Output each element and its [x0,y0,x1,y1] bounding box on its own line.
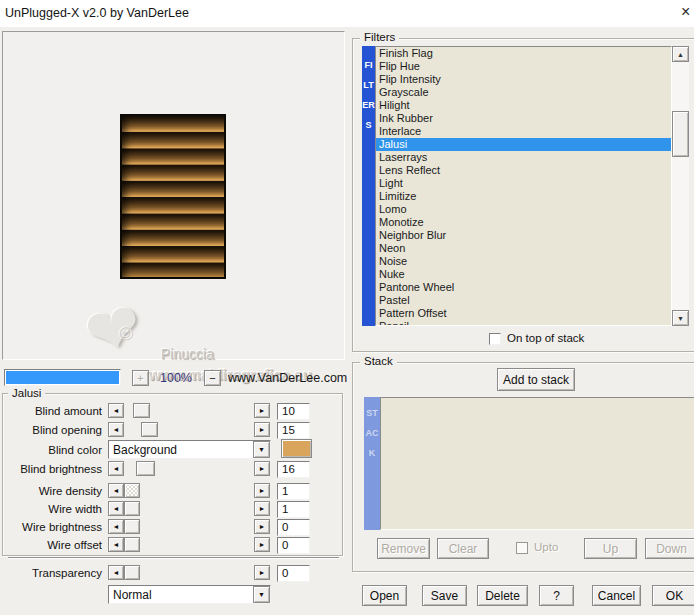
scroll-up-icon[interactable]: ▲ [672,46,689,62]
chevron-down-icon[interactable]: ▼ [253,586,270,603]
down-button[interactable]: Down [645,538,694,559]
blind-color-dropdown[interactable]: Background ▼ [108,440,271,459]
param-label: Blind color [0,444,102,456]
arrow-right-icon[interactable]: ► [254,537,270,552]
arrow-right-icon[interactable]: ► [254,565,270,580]
arrow-left-icon[interactable]: ◄ [108,403,124,418]
progress-bar [4,369,121,386]
param-value-input[interactable]: 0 [277,565,310,582]
param-value-input[interactable]: 15 [277,422,310,439]
zoom-in-button[interactable]: + [132,370,149,386]
filter-list-item[interactable]: Jalusi [376,138,671,151]
slider-thumb[interactable] [141,422,158,437]
blend-mode-row: Normal ▼ [0,585,345,604]
filter-list-item[interactable]: Hilight [376,99,671,112]
filter-list-item[interactable]: Laserrays [376,151,671,164]
arrow-left-icon[interactable]: ◄ [108,483,124,498]
chevron-down-icon[interactable]: ▼ [253,441,270,458]
param-row-wire-brightness: Wire brightness ◄ ► 0 [0,519,345,538]
filter-list-item[interactable]: Pastel [376,294,671,307]
filter-list-item[interactable]: Neighbor Blur [376,229,671,242]
vanderlee-website-link[interactable]: www.VanDerLee.com [228,371,347,385]
slider-thumb[interactable] [124,501,140,516]
param-row-blind-brightness: Blind brightness ◄ ► 16 [0,461,345,480]
delete-button[interactable]: Delete [477,585,528,606]
on-top-of-stack-label: On top of stack [507,332,584,344]
up-button[interactable]: Up [584,538,637,559]
slider-thumb[interactable] [136,461,155,476]
zoom-out-button[interactable]: − [204,370,221,386]
param-value-input[interactable]: 1 [277,501,310,518]
dropdown-value: Background [113,443,177,457]
slider-thumb[interactable] [124,565,140,580]
param-row-wire-density: Wire density ◄ ► 1 [0,483,345,502]
progress-bar-fill [6,371,119,384]
param-value-input[interactable]: 0 [277,519,310,536]
preview-panel[interactable]: ❤ ☺ Pinuccia www.maidiregrafica.eu [2,31,345,360]
cancel-button[interactable]: Cancel [592,585,641,606]
filter-list-item[interactable]: Lens Reflect [376,164,671,177]
filter-list-item[interactable]: Pencil [376,320,671,326]
arrow-left-icon[interactable]: ◄ [108,501,124,516]
filter-list-item[interactable]: Flip Hue [376,60,671,73]
window-title: UnPlugged-X v2.0 by VanDerLee [5,6,189,20]
param-value-input[interactable]: 16 [277,461,310,478]
arrow-right-icon[interactable]: ► [254,519,270,534]
upto-checkbox[interactable] [516,542,528,554]
param-label: Wire width [0,503,102,515]
filter-list-item[interactable]: Monotize [376,216,671,229]
filter-list-item[interactable]: Pantone Wheel [376,281,671,294]
stack-list[interactable] [380,397,694,530]
upto-label: Upto [534,541,558,553]
param-label: Blind brightness [0,463,102,475]
save-button[interactable]: Save [422,585,467,606]
on-top-of-stack-checkbox[interactable] [489,333,501,345]
scrollbar-thumb[interactable] [672,111,689,157]
remove-button[interactable]: Remove [377,538,430,559]
arrow-left-icon[interactable]: ◄ [108,461,124,476]
param-value-input[interactable]: 10 [277,403,310,420]
arrow-right-icon[interactable]: ► [254,422,270,437]
arrow-left-icon[interactable]: ◄ [108,422,124,437]
filter-list-item[interactable]: Light [376,177,671,190]
arrow-right-icon[interactable]: ► [254,483,270,498]
slider-thumb[interactable] [124,483,140,498]
arrow-right-icon[interactable]: ► [254,461,270,476]
close-icon[interactable]: × [681,3,690,21]
add-to-stack-button[interactable]: Add to stack [497,368,575,391]
blend-mode-dropdown[interactable]: Normal ▼ [108,585,271,604]
blind-color-swatch[interactable] [281,439,312,458]
filter-list-item[interactable]: Ink Rubber [376,112,671,125]
slider-thumb[interactable] [133,403,150,418]
arrow-left-icon[interactable]: ◄ [108,565,124,580]
filter-list-item[interactable]: Neon [376,242,671,255]
filter-list-item[interactable]: Finish Flag [376,47,671,60]
filter-list-item[interactable]: Flip Intensity [376,73,671,86]
clear-button[interactable]: Clear [437,538,489,559]
param-row-blind-amount: Blind amount ◄ ► 10 [0,403,345,422]
arrow-right-icon[interactable]: ► [254,501,270,516]
param-value-input[interactable]: 0 [277,537,310,554]
help-button[interactable]: ? [539,585,574,606]
filter-list-item[interactable]: Lomo [376,203,671,216]
slider-thumb[interactable] [124,519,140,534]
arrow-left-icon[interactable]: ◄ [108,519,124,534]
slider-thumb[interactable] [124,537,140,552]
ok-button[interactable]: OK [652,585,694,606]
param-value-input[interactable]: 1 [277,483,310,500]
filter-list-item[interactable]: Pattern Offset [376,307,671,320]
filter-list-item[interactable]: Nuke [376,268,671,281]
open-button[interactable]: Open [362,585,407,606]
title-bar: UnPlugged-X v2.0 by VanDerLee × [0,0,694,27]
stack-vertical-banner: STACK [364,397,380,530]
scroll-down-icon[interactable]: ▼ [672,310,689,326]
filter-list-item[interactable]: Grayscale [376,86,671,99]
arrow-left-icon[interactable]: ◄ [108,537,124,552]
filter-list-item[interactable]: Noise [376,255,671,268]
filter-list-item[interactable]: Limitize [376,190,671,203]
filters-list[interactable]: Finish FlagFlip HueFlip IntensityGraysca… [375,46,672,326]
arrow-right-icon[interactable]: ► [254,403,270,418]
filter-list-item[interactable]: Interlace [376,125,671,138]
filters-scrollbar[interactable]: ▲ ▼ [672,46,689,326]
watermark-name: Pinuccia [161,346,214,362]
